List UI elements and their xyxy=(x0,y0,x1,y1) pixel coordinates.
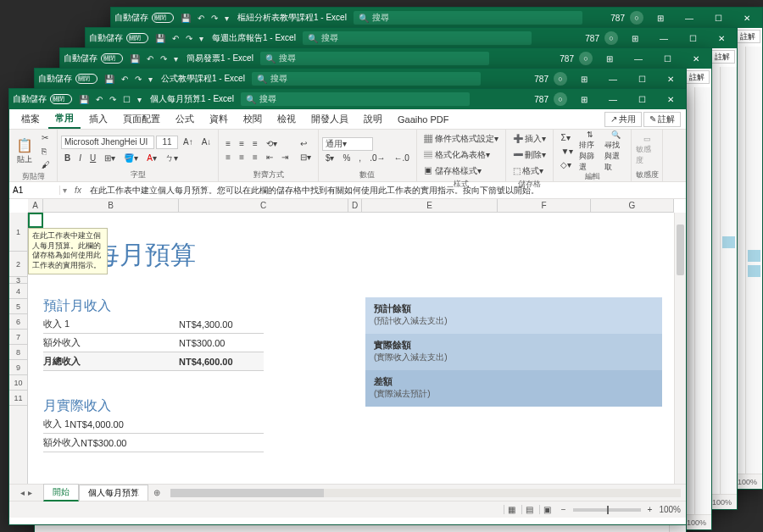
comma-icon[interactable]: , xyxy=(355,152,365,164)
autosave-toggle[interactable]: 關閉 xyxy=(75,74,97,84)
minimize-button[interactable]: — xyxy=(677,8,701,28)
fill-color-button[interactable]: 🪣▾ xyxy=(120,152,142,164)
autosave-toggle[interactable]: 關閉 xyxy=(101,53,123,64)
col-header[interactable]: A xyxy=(28,199,43,212)
vertical-scrollbar[interactable] xyxy=(674,213,686,484)
view-switcher[interactable]: ▦ ▤ ▣ xyxy=(504,505,554,514)
italic-button[interactable]: I xyxy=(75,152,85,164)
tab-view[interactable]: 檢視 xyxy=(270,110,303,128)
notes-button[interactable]: 註解 xyxy=(735,30,760,43)
titlebar[interactable]: 自動儲存關閉 💾↶↷▾ 簡易發票1 - Excel 🔍搜尋 787○⊞—☐✕ xyxy=(60,48,711,69)
tab-review[interactable]: 校閱 xyxy=(237,110,269,128)
row-header[interactable]: 4 xyxy=(9,284,27,299)
delete-cells-button[interactable]: ➖ 刪除▾ xyxy=(510,147,550,163)
sensitivity-button[interactable]: ▭敏感度 xyxy=(635,136,659,166)
col-header[interactable]: E xyxy=(362,199,498,212)
titlebar[interactable]: 自動儲存關閉 💾↶↷▾ 每週出席報告1 - Excel 🔍搜尋 787○⊞—☐✕ xyxy=(86,28,737,48)
user-avatar[interactable]: ○ xyxy=(554,92,567,106)
search-box[interactable]: 🔍搜尋 xyxy=(303,31,532,45)
cut-icon[interactable]: ✂ xyxy=(38,131,53,144)
name-box-dropdown-icon[interactable]: ▾ xyxy=(60,186,70,195)
row-header[interactable]: 7 xyxy=(9,330,27,345)
page-layout-view-icon[interactable]: ▤ xyxy=(521,505,537,514)
row-header[interactable]: 3 xyxy=(9,277,27,284)
formula-input[interactable]: 在此工作表中建立個人每月預算。您可以在此欄的儲存格中找到有關如何使用此工作表的實… xyxy=(86,185,686,197)
bold-button[interactable]: B xyxy=(61,152,74,164)
wrap-text-button[interactable]: ↩ xyxy=(297,137,315,150)
titlebar[interactable]: 自動儲存關閉 💾↶↷▾ 公式教學課程1 - Excel 🔍搜尋 787○⊞—☐✕ xyxy=(35,69,686,89)
decrease-font-icon[interactable]: A↓ xyxy=(198,136,215,148)
row-header[interactable]: 6 xyxy=(9,314,27,330)
border-button[interactable]: ⊞▾ xyxy=(101,152,119,164)
sort-filter-button[interactable]: ⇅排序與篩選 xyxy=(578,136,602,167)
format-as-table-button[interactable]: ▤ 格式化為表格▾ xyxy=(420,147,502,163)
row-header[interactable]: 5 xyxy=(9,299,27,314)
orientation-icon[interactable]: ⟲▾ xyxy=(263,137,281,150)
tab-file[interactable]: 檔案 xyxy=(14,110,47,128)
touch-icon[interactable]: ☐ xyxy=(123,95,131,104)
increase-font-icon[interactable]: A↑ xyxy=(180,136,197,148)
row-header[interactable]: 2 xyxy=(9,252,27,277)
zoom-slider[interactable] xyxy=(573,508,641,512)
paste-button[interactable]: 📋貼上 xyxy=(13,136,36,167)
underline-button[interactable]: U xyxy=(86,152,99,164)
format-painter-icon[interactable]: 🖌 xyxy=(38,158,53,171)
close-button[interactable]: ✕ xyxy=(735,8,759,28)
align-top-icon[interactable]: ≡ xyxy=(222,137,234,150)
font-size-select[interactable]: 11 xyxy=(156,136,178,149)
insert-cells-button[interactable]: ➕ 插入▾ xyxy=(510,131,550,147)
tab-layout[interactable]: 頁面配置 xyxy=(116,110,167,128)
currency-icon[interactable]: $▾ xyxy=(322,152,338,164)
align-left-icon[interactable]: ≡ xyxy=(222,151,234,163)
align-mid-icon[interactable]: ≡ xyxy=(236,137,248,150)
zoom-level[interactable]: 100% xyxy=(659,505,681,514)
save-icon[interactable]: 💾 xyxy=(79,95,89,104)
user-avatar[interactable]: ○ xyxy=(630,11,643,25)
horizontal-scrollbar[interactable] xyxy=(170,489,681,497)
row-header[interactable]: 1 xyxy=(9,213,27,252)
scrollbar-thumb[interactable] xyxy=(677,224,684,275)
tab-home[interactable]: 常用 xyxy=(48,109,81,129)
worksheet-grid[interactable]: A B C D E F G 1 2 3 4 5 6 7 8 9 10 11 在此… xyxy=(9,199,686,484)
notes-button[interactable]: ✎註解 xyxy=(643,112,681,127)
normal-view-icon[interactable]: ▦ xyxy=(504,505,519,514)
conditional-format-button[interactable]: ▦ 條件式格式設定▾ xyxy=(420,131,502,147)
row-header[interactable]: 8 xyxy=(9,345,27,360)
cells-area[interactable]: 在此工作表中建立個人每月預算。此欄的儲存格為如何使用此工作表的實用指示。 個人每… xyxy=(28,213,674,484)
cell-styles-button[interactable]: ▣ 儲存格樣式▾ xyxy=(420,163,502,179)
find-select-button[interactable]: 🔍尋找與選取 xyxy=(604,136,627,167)
quick-access-toolbar[interactable]: 💾 ↶ ↷ ☐ ▾ xyxy=(79,95,142,104)
row-header[interactable]: 10 xyxy=(9,375,27,391)
scrollbar-thumb[interactable] xyxy=(170,489,324,497)
font-color-button[interactable]: A▾ xyxy=(143,152,160,164)
number-format-select[interactable]: 通用 ▾ xyxy=(322,137,373,151)
qat-more-icon[interactable]: ▾ xyxy=(137,95,142,104)
inc-decimal-icon[interactable]: .0→ xyxy=(366,152,388,164)
tab-gaaiho[interactable]: Gaaiho PDF xyxy=(391,112,456,127)
quick-access-toolbar[interactable]: 💾↶↷▾ xyxy=(155,34,203,43)
ribbon-display-icon[interactable]: ⊞ xyxy=(649,8,672,28)
indent-inc-icon[interactable]: ⇥ xyxy=(278,151,292,163)
sheet-tab[interactable]: 個人每月預算 xyxy=(79,485,148,501)
sheet-nav[interactable]: ◂▸ xyxy=(9,488,43,497)
copy-icon[interactable]: ⎘ xyxy=(38,145,53,158)
redo-icon[interactable]: ↷ xyxy=(109,95,116,104)
align-right-icon[interactable]: ≡ xyxy=(249,151,261,163)
tab-formulas[interactable]: 公式 xyxy=(169,110,201,128)
autosave-toggle[interactable]: 關閉 xyxy=(126,33,148,43)
merge-button[interactable]: ⊟▾ xyxy=(297,151,315,163)
search-box[interactable]: 🔍搜尋 xyxy=(354,11,582,25)
percent-icon[interactable]: % xyxy=(339,152,354,164)
align-center-icon[interactable]: ≡ xyxy=(236,151,248,163)
dec-decimal-icon[interactable]: ←.0 xyxy=(390,152,412,164)
zoom-in-button[interactable]: + xyxy=(648,505,653,514)
quick-access-toolbar[interactable]: 💾↶↷▾ xyxy=(181,14,229,23)
maximize-button[interactable]: ☐ xyxy=(630,89,654,109)
col-header[interactable]: F xyxy=(498,199,591,212)
col-header[interactable]: G xyxy=(591,199,674,212)
clear-icon[interactable]: ◇▾ xyxy=(557,158,576,171)
minimize-button[interactable]: — xyxy=(601,89,625,109)
format-cells-button[interactable]: ⬚ 格式▾ xyxy=(510,163,550,179)
row-headers[interactable]: 1 2 3 4 5 6 7 8 9 10 11 xyxy=(9,213,28,484)
tab-developer[interactable]: 開發人員 xyxy=(304,110,355,128)
